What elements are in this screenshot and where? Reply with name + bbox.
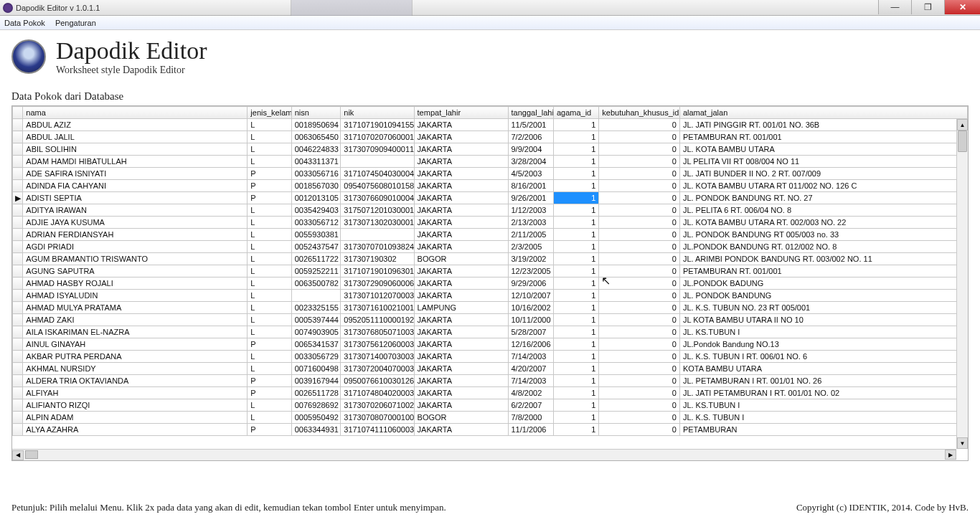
cell-nik[interactable]: 0952051110000192	[341, 314, 414, 326]
scroll-up-icon[interactable]: ▲	[957, 119, 968, 130]
cell-alamat_jalan[interactable]: JL. JATI PINGGIR RT. 001/01 NO. 36B	[679, 119, 967, 131]
table-row[interactable]: AHMAD ZAKIL00053974440952051110000192JAK…	[13, 314, 968, 326]
cell-tempat_lahir[interactable]: JAKARTA	[414, 277, 508, 290]
cell-tanggal_lahir[interactable]: 7/14/2003	[508, 375, 553, 387]
cell-kebutuhan_khusus_id[interactable]: 0	[599, 204, 680, 217]
cell-tanggal_lahir[interactable]: 4/20/2007	[508, 363, 553, 375]
horizontal-scrollbar[interactable]: ◀ ▶	[12, 449, 956, 460]
cell-jenis_kelamin[interactable]: L	[248, 229, 291, 241]
cell-nama[interactable]: ALPIN ADAM	[23, 412, 248, 424]
cell-nisn[interactable]: 0018567030	[291, 180, 341, 192]
cell-alamat_jalan[interactable]: KOTA BAMBU UTARA	[679, 363, 967, 375]
scroll-down-icon[interactable]: ▼	[957, 437, 968, 449]
cell-nik[interactable]: 0954075608010158	[341, 180, 414, 192]
cell-nama[interactable]: AGDI PRIADI	[23, 241, 248, 253]
cell-nisn[interactable]: 0063065450	[291, 131, 341, 143]
cell-jenis_kelamin[interactable]: L	[248, 217, 291, 229]
cell-jenis_kelamin[interactable]: P	[248, 424, 291, 436]
cell-tanggal_lahir[interactable]: 6/2/2007	[508, 399, 553, 412]
cell-kebutuhan_khusus_id[interactable]: 0	[599, 351, 680, 363]
cell-nisn[interactable]: 0052437547	[291, 241, 341, 253]
cell-kebutuhan_khusus_id[interactable]: 0	[599, 241, 680, 253]
cell-agama_id[interactable]: 1	[553, 277, 598, 290]
cell-jenis_kelamin[interactable]: L	[248, 204, 291, 217]
table-row[interactable]: AGDI PRIADIL00524375473173070701093824JA…	[13, 241, 968, 253]
cell-nik[interactable]	[341, 229, 414, 241]
cell-agama_id[interactable]: 1	[553, 338, 598, 351]
column-header-rowhdr[interactable]	[13, 107, 23, 119]
cell-rowhdr[interactable]	[13, 265, 23, 277]
cell-tanggal_lahir[interactable]: 2/11/2005	[508, 229, 553, 241]
cell-rowhdr[interactable]	[13, 156, 23, 168]
cell-tempat_lahir[interactable]: JAKARTA	[414, 290, 508, 302]
cell-rowhdr[interactable]	[13, 119, 23, 131]
cell-jenis_kelamin[interactable]: L	[248, 241, 291, 253]
cell-nik[interactable]: 3173070206071002	[341, 399, 414, 412]
cell-rowhdr[interactable]	[13, 326, 23, 338]
cell-nik[interactable]: 3173070701093824	[341, 241, 414, 253]
cell-nama[interactable]: AHMAD MULYA PRATAMA	[23, 302, 248, 314]
cell-kebutuhan_khusus_id[interactable]: 0	[599, 229, 680, 241]
cell-nisn[interactable]: 0063500782	[291, 277, 341, 290]
cell-agama_id[interactable]: 1	[553, 375, 598, 387]
cell-nik[interactable]: 3173072909060006	[341, 277, 414, 290]
cell-nik[interactable]: 3173071302030001	[341, 217, 414, 229]
cell-tempat_lahir[interactable]: JAKARTA	[414, 363, 508, 375]
column-header-agama_id[interactable]: agama_id	[553, 107, 598, 119]
cell-nama[interactable]: ADJIE JAYA KUSUMA	[23, 217, 248, 229]
cell-nama[interactable]: ABDUL JALIL	[23, 131, 248, 143]
cell-kebutuhan_khusus_id[interactable]: 0	[599, 192, 680, 204]
cell-nisn[interactable]: 0039167944	[291, 375, 341, 387]
cell-rowhdr[interactable]	[13, 217, 23, 229]
cell-agama_id[interactable]: 1	[553, 326, 598, 338]
cell-agama_id[interactable]: 1	[553, 119, 598, 131]
cell-alamat_jalan[interactable]: JL. PETAMBURAN I RT. 001/01 NO. 26	[679, 375, 967, 387]
table-row[interactable]: ALPIN ADAML00059504923173070807000100BOG…	[13, 412, 968, 424]
cell-tempat_lahir[interactable]: JAKARTA	[414, 217, 508, 229]
cell-tempat_lahir[interactable]: JAKARTA	[414, 241, 508, 253]
cell-nik[interactable]: 3171071901094155	[341, 119, 414, 131]
data-grid[interactable]: namajenis_kelaminnisnniktempat_lahirtang…	[12, 106, 968, 436]
cell-rowhdr[interactable]	[13, 131, 23, 143]
table-row[interactable]: ALDERA TRIA OKTAVIANDAP00391679440950076…	[13, 375, 968, 387]
cell-nik[interactable]: 3173076609010004	[341, 192, 414, 204]
cell-tempat_lahir[interactable]: LAMPUNG	[414, 302, 508, 314]
table-row[interactable]: AINUL GINAYAHP00653415373173075612060003…	[13, 338, 968, 351]
table-row[interactable]: ▶ADISTI SEPTIAP0012013105317307660901000…	[13, 192, 968, 204]
cell-nama[interactable]: ADE SAFIRA ISNIYATI	[23, 168, 248, 180]
cell-rowhdr[interactable]	[13, 399, 23, 412]
cell-jenis_kelamin[interactable]: L	[248, 156, 291, 168]
cell-agama_id[interactable]: 1	[553, 351, 598, 363]
cell-jenis_kelamin[interactable]: P	[248, 180, 291, 192]
cell-nik[interactable]: 317307190302	[341, 253, 414, 265]
cell-alamat_jalan[interactable]: JL. JATI PETAMBURAN I RT. 001/01 NO. 02	[679, 387, 967, 399]
table-row[interactable]: AGUM BRAMANTIO TRISWANTOL002651172231730…	[13, 253, 968, 265]
cell-tempat_lahir[interactable]: JAKARTA	[414, 326, 508, 338]
cell-tempat_lahir[interactable]: JAKARTA	[414, 192, 508, 204]
cell-agama_id[interactable]: 1	[553, 412, 598, 424]
cell-rowhdr[interactable]	[13, 412, 23, 424]
cell-kebutuhan_khusus_id[interactable]: 0	[599, 143, 680, 156]
column-header-nama[interactable]: nama	[23, 107, 248, 119]
cell-nisn[interactable]: 0074903905	[291, 326, 341, 338]
cell-tempat_lahir[interactable]: JAKARTA	[414, 314, 508, 326]
cell-alamat_jalan[interactable]: JL. PONDOK BANDUNG RT 005/003 no. 33	[679, 229, 967, 241]
cell-nik[interactable]: 3171074804020003	[341, 387, 414, 399]
cell-tempat_lahir[interactable]: JAKARTA	[414, 375, 508, 387]
cell-rowhdr[interactable]	[13, 424, 23, 436]
cell-kebutuhan_khusus_id[interactable]: 0	[599, 302, 680, 314]
cell-kebutuhan_khusus_id[interactable]: 0	[599, 314, 680, 326]
cell-tempat_lahir[interactable]: JAKARTA	[414, 143, 508, 156]
cell-tanggal_lahir[interactable]: 4/8/2002	[508, 387, 553, 399]
cell-kebutuhan_khusus_id[interactable]: 0	[599, 131, 680, 143]
column-header-jenis_kelamin[interactable]: jenis_kelamin	[248, 107, 291, 119]
cell-tempat_lahir[interactable]: JAKARTA	[414, 387, 508, 399]
cell-nama[interactable]: ADITYA IRAWAN	[23, 204, 248, 217]
cell-jenis_kelamin[interactable]: P	[248, 192, 291, 204]
cell-nisn[interactable]: 0005950492	[291, 412, 341, 424]
cell-tanggal_lahir[interactable]: 5/28/2007	[508, 326, 553, 338]
cell-kebutuhan_khusus_id[interactable]: 0	[599, 119, 680, 131]
cell-agama_id[interactable]: 1	[553, 229, 598, 241]
column-header-alamat_jalan[interactable]: alamat_jalan	[679, 107, 967, 119]
cell-tanggal_lahir[interactable]: 8/16/2001	[508, 180, 553, 192]
